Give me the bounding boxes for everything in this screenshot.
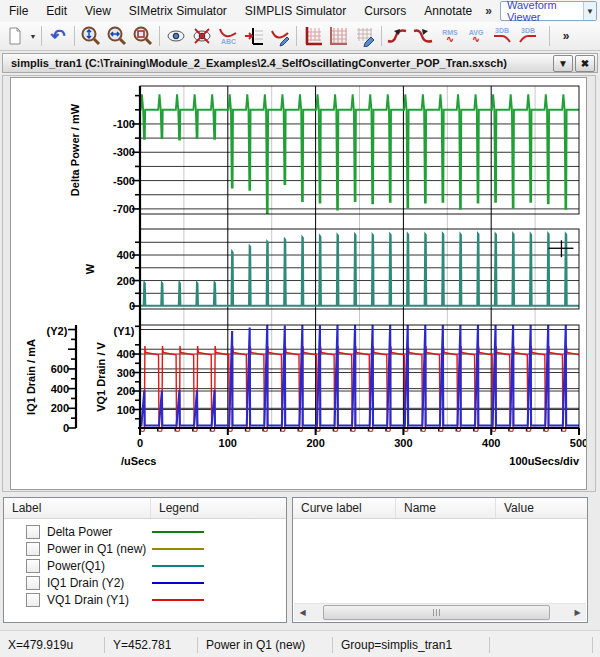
menu-file[interactable]: File: [0, 1, 37, 21]
zoom-horizontal-icon: [106, 25, 128, 47]
graph-window-title: simplis_tran1 (C:\Training\Module_2_Exam…: [3, 57, 553, 69]
horizontal-scrollbar[interactable]: ◀ ▶: [294, 603, 586, 621]
new-curve-dropdown[interactable]: ▼: [28, 24, 38, 48]
avg-button[interactable]: AVG∿: [463, 23, 489, 49]
svg-text:-300: -300: [113, 146, 135, 158]
scroll-right-arrow[interactable]: ▶: [569, 605, 586, 620]
3db-highpass-icon: 3DB: [516, 28, 540, 44]
undo-button[interactable]: ↶: [45, 23, 71, 49]
legend-row: Power(Q1): [4, 557, 286, 574]
rms-button[interactable]: RMS∿: [437, 23, 463, 49]
separator: [41, 26, 42, 46]
previous-curve-button[interactable]: [385, 23, 411, 49]
grid-icon: [328, 25, 350, 47]
viewer-mode-select[interactable]: Waveform Viewer ▼: [500, 1, 597, 21]
curve-checkbox[interactable]: [26, 559, 40, 573]
legend-panel: Label Legend Delta PowerPower in Q1 (new…: [3, 497, 287, 623]
toolbar-overflow-button[interactable]: »: [553, 23, 579, 49]
curve-checkbox[interactable]: [26, 593, 40, 607]
waveform-plots[interactable]: -100-300-500-700020040010020030040002004…: [11, 78, 586, 489]
svg-text:100: 100: [219, 437, 237, 449]
arrow-into-grid-icon: [243, 25, 265, 47]
3db-lowpass-button[interactable]: 3DB: [489, 23, 515, 49]
zoom-vertical-icon: [80, 25, 102, 47]
waveform-plot-panel[interactable]: -100-300-500-700020040010020030040002004…: [10, 77, 587, 490]
menu-overflow-chevron[interactable]: »: [481, 4, 496, 18]
svg-text:-100: -100: [113, 118, 135, 130]
curve-label[interactable]: Delta Power: [47, 525, 112, 539]
column-header-curve-label: Curve label: [293, 498, 396, 518]
scroll-left-arrow[interactable]: ◀: [294, 605, 311, 620]
rms-icon: RMS∿: [442, 30, 458, 43]
window-shade-button[interactable]: ▼: [553, 55, 573, 72]
zoom-box-icon: [132, 25, 154, 47]
menu-view[interactable]: View: [76, 1, 120, 21]
svg-text:400: 400: [117, 348, 135, 360]
column-header-legend: Legend: [151, 498, 286, 518]
graph-area-frame: -100-300-500-700020040010020030040002004…: [2, 75, 596, 492]
status-curve-name: Power in Q1 (new): [198, 637, 333, 653]
curve-checkbox[interactable]: [26, 542, 40, 556]
svg-text:Delta Power / mW: Delta Power / mW: [69, 103, 81, 196]
curve-label[interactable]: Power in Q1 (new): [47, 542, 146, 556]
legend-row: IQ1 Drain (Y2): [4, 574, 286, 591]
column-header-value: Value: [496, 498, 587, 518]
menu-simetrix-simulator[interactable]: SIMetrix Simulator: [120, 1, 236, 21]
svg-text:W: W: [84, 263, 96, 274]
legend-line-swatch: [152, 582, 204, 584]
chevron-down-icon[interactable]: ▼: [583, 2, 596, 20]
show-curves-button[interactable]: [163, 23, 189, 49]
curve-checkbox[interactable]: [26, 525, 40, 539]
curve-checkbox[interactable]: [26, 576, 40, 590]
curve-label[interactable]: VQ1 Drain (Y1): [47, 593, 129, 607]
status-bar: X=479.919u Y=452.781 Power in Q1 (new) G…: [0, 630, 600, 657]
svg-text:0: 0: [137, 437, 143, 449]
svg-text:600: 600: [51, 363, 69, 375]
curve-arrow-right-icon: [412, 25, 436, 47]
new-curve-button[interactable]: [2, 23, 28, 49]
svg-text:0: 0: [129, 300, 135, 312]
avg-icon: AVG∿: [469, 30, 484, 43]
svg-text:400: 400: [51, 383, 69, 395]
separator: [296, 26, 297, 46]
menu-edit[interactable]: Edit: [37, 1, 76, 21]
status-group-name: Group=simplis_tran1: [333, 637, 490, 653]
legend-row: Delta Power: [4, 523, 286, 540]
zoom-rectangle-button[interactable]: [130, 23, 156, 49]
eye-icon: [165, 25, 187, 47]
scrollbar-thumb[interactable]: [323, 605, 550, 620]
svg-text:IQ1 Drain / mA: IQ1 Drain / mA: [25, 339, 37, 415]
svg-text:(Y1): (Y1): [114, 325, 135, 337]
curve-label[interactable]: Power(Q1): [47, 559, 105, 573]
svg-text:300: 300: [117, 367, 135, 379]
menu-annotate[interactable]: Annotate: [415, 1, 481, 21]
menu-cursors[interactable]: Cursors: [355, 1, 415, 21]
legend-line-swatch: [152, 531, 204, 533]
3db-highpass-button[interactable]: 3DB: [515, 23, 541, 49]
separator: [549, 26, 550, 46]
show-axes-button[interactable]: [300, 23, 326, 49]
graph-window-titlebar[interactable]: simplis_tran1 (C:\Training\Module_2_Exam…: [2, 53, 598, 73]
annotate-graph-button[interactable]: ABC: [215, 23, 241, 49]
add-axis-button[interactable]: [241, 23, 267, 49]
separator: [381, 26, 382, 46]
show-grid-button[interactable]: [326, 23, 352, 49]
window-close-button[interactable]: ✖: [575, 55, 595, 72]
zoom-full-button[interactable]: [78, 23, 104, 49]
curve-arrow-left-icon: [386, 25, 410, 47]
3db-lowpass-icon: 3DB: [490, 28, 514, 44]
svg-text:0: 0: [63, 422, 69, 434]
edit-curve-button[interactable]: [267, 23, 293, 49]
legend-line-swatch: [152, 599, 204, 601]
hide-curves-button[interactable]: [189, 23, 215, 49]
eye-crossed-icon: [191, 25, 213, 47]
axes-icon: [302, 25, 324, 47]
undo-icon: ↶: [50, 27, 65, 45]
edit-graph-button[interactable]: [352, 23, 378, 49]
menu-simplis-simulator[interactable]: SIMPLIS Simulator: [236, 1, 355, 21]
curve-label[interactable]: IQ1 Drain (Y2): [47, 576, 124, 590]
zoom-x-axis-button[interactable]: [104, 23, 130, 49]
curve-pencil-icon: [269, 25, 291, 47]
separator: [159, 26, 160, 46]
next-curve-button[interactable]: [411, 23, 437, 49]
